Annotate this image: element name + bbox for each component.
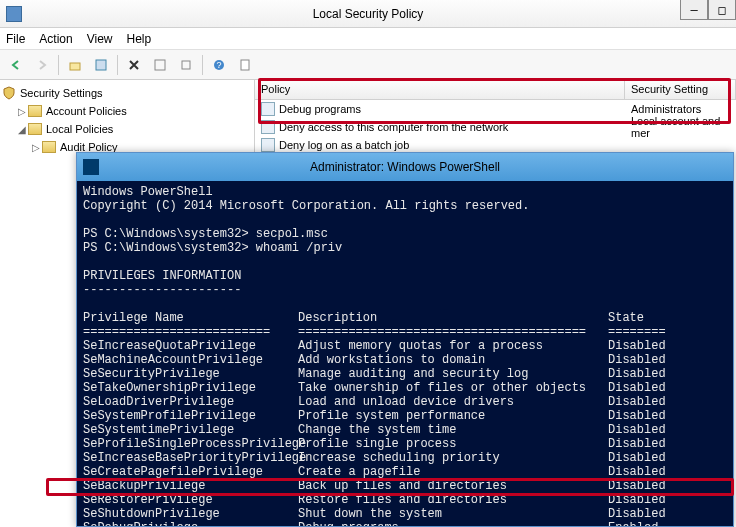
list-row[interactable]: Deny access to this computer from the ne… bbox=[255, 118, 736, 136]
folder-icon bbox=[28, 105, 42, 117]
privilege-row: SeIncreaseBasePriorityPrivilegeIncrease … bbox=[83, 451, 727, 465]
menu-view[interactable]: View bbox=[87, 32, 113, 46]
forward-button[interactable] bbox=[30, 53, 54, 77]
powershell-title: Administrator: Windows PowerShell bbox=[77, 160, 733, 174]
export-button[interactable] bbox=[148, 53, 172, 77]
tree-label: Account Policies bbox=[46, 105, 127, 117]
list-header: Policy Security Setting bbox=[255, 80, 736, 100]
properties-button[interactable] bbox=[89, 53, 113, 77]
policy-name: Deny access to this computer from the ne… bbox=[279, 121, 508, 133]
col-policy[interactable]: Policy bbox=[255, 80, 625, 99]
back-button[interactable] bbox=[4, 53, 28, 77]
shield-icon bbox=[2, 86, 16, 100]
collapse-icon[interactable]: ◢ bbox=[16, 124, 28, 135]
tree-root-label: Security Settings bbox=[20, 87, 103, 99]
svg-rect-2 bbox=[155, 60, 165, 70]
tree-label: Local Policies bbox=[46, 123, 113, 135]
expand-icon[interactable]: ▷ bbox=[16, 106, 28, 117]
menu-help[interactable]: Help bbox=[127, 32, 152, 46]
expand-icon[interactable]: ▷ bbox=[30, 142, 42, 153]
powershell-titlebar: Administrator: Windows PowerShell bbox=[77, 153, 733, 181]
policy-icon bbox=[261, 102, 275, 116]
menu-file[interactable]: File bbox=[6, 32, 25, 46]
powershell-window: Administrator: Windows PowerShell Window… bbox=[76, 152, 734, 527]
privilege-row: SeSystemtimePrivilegeChange the system t… bbox=[83, 423, 727, 437]
maximize-button[interactable]: □ bbox=[708, 0, 736, 20]
svg-rect-3 bbox=[182, 61, 190, 69]
privilege-row: SeCreatePagefilePrivilegeCreate a pagefi… bbox=[83, 465, 727, 479]
policy-name: Deny log on as a batch job bbox=[279, 139, 409, 151]
policy-name: Debug programs bbox=[279, 103, 361, 115]
menu-action[interactable]: Action bbox=[39, 32, 72, 46]
help-button[interactable]: ? bbox=[207, 53, 231, 77]
policy-setting: Administrators bbox=[625, 103, 736, 115]
tree-item-account-policies[interactable]: ▷ Account Policies bbox=[2, 102, 252, 120]
folder-icon bbox=[28, 123, 42, 135]
refresh-button[interactable] bbox=[233, 53, 257, 77]
toolbar: ? bbox=[0, 50, 736, 80]
powershell-body[interactable]: Windows PowerShell Copyright (C) 2014 Mi… bbox=[77, 181, 733, 526]
svg-rect-0 bbox=[70, 63, 80, 70]
privilege-row: SeMachineAccountPrivilegeAdd workstation… bbox=[83, 353, 727, 367]
privilege-row: SeBackupPrivilegeBack up files and direc… bbox=[83, 479, 727, 493]
svg-rect-6 bbox=[241, 60, 249, 70]
privilege-row: SeShutdownPrivilegeShut down the systemD… bbox=[83, 507, 727, 521]
privilege-row: SeLoadDriverPrivilegeLoad and unload dev… bbox=[83, 395, 727, 409]
policy-icon bbox=[261, 138, 275, 152]
policy-icon bbox=[261, 120, 275, 134]
window-title: Local Security Policy bbox=[0, 7, 736, 21]
tree-item-local-policies[interactable]: ◢ Local Policies bbox=[2, 120, 252, 138]
menubar: File Action View Help bbox=[0, 28, 736, 50]
privilege-row: SeTakeOwnershipPrivilegeTake ownership o… bbox=[83, 381, 727, 395]
policy-setting: Local account and mer bbox=[625, 115, 736, 139]
privilege-row: SeSystemProfilePrivilegeProfile system p… bbox=[83, 409, 727, 423]
titlebar: Local Security Policy — □ bbox=[0, 0, 736, 28]
col-setting[interactable]: Security Setting bbox=[625, 80, 736, 99]
privilege-row: SeDebugPrivilegeDebug programsEnabled bbox=[83, 521, 727, 526]
tree-root[interactable]: Security Settings bbox=[2, 84, 252, 102]
folder-icon bbox=[42, 141, 56, 153]
copy-button[interactable] bbox=[174, 53, 198, 77]
svg-rect-1 bbox=[96, 60, 106, 70]
privilege-row: SeProfileSingleProcessPrivilegeProfile s… bbox=[83, 437, 727, 451]
privilege-row: SeSecurityPrivilegeManage auditing and s… bbox=[83, 367, 727, 381]
up-button[interactable] bbox=[63, 53, 87, 77]
privilege-row: SeIncreaseQuotaPrivilegeAdjust memory qu… bbox=[83, 339, 727, 353]
minimize-button[interactable]: — bbox=[680, 0, 708, 20]
privilege-row: SeRestorePrivilegeRestore files and dire… bbox=[83, 493, 727, 507]
svg-text:?: ? bbox=[216, 60, 221, 70]
delete-button[interactable] bbox=[122, 53, 146, 77]
